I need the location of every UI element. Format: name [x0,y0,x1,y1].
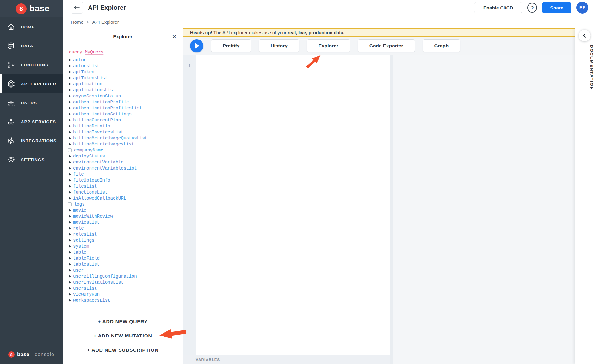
breadcrumb-current: API Explorer [92,19,119,25]
explorer-field-row[interactable]: settings [66,237,183,243]
top-header: API Explorer Enable CI/CD ? Share EF [63,0,594,15]
query-name[interactable]: MyQuery [85,50,103,55]
explorer-field-row[interactable]: tableField [66,255,183,261]
explorer-field-row[interactable]: user [66,267,183,273]
sidebar-item-functions[interactable]: FUNCTIONS [0,55,63,74]
breadcrumb-home-link[interactable]: Home [71,19,84,25]
enable-cicd-button[interactable]: Enable CI/CD [474,2,522,13]
prettify-button[interactable]: Prettify [211,39,251,52]
close-icon[interactable]: ✕ [172,34,176,39]
explorer-field-row[interactable]: isAllowedCallbackURL [66,195,183,201]
explorer-field-row[interactable]: authenticationProfile [66,99,183,105]
sidebar-collapse-button[interactable] [71,2,83,14]
field-checkbox[interactable] [68,202,72,206]
code-exporter-button[interactable]: Code Exporter [358,39,415,52]
variables-section-header[interactable]: VARIABLES [183,355,390,364]
explorer-field-row[interactable]: workspacesList [66,297,183,303]
add-new-query-button[interactable]: + ADD NEW QUERY [98,314,148,329]
sidebar-item-users[interactable]: USERS [0,93,63,112]
explorer-field-row[interactable]: billingInvoicesList [66,129,183,135]
explorer-field-row[interactable]: file [66,171,183,177]
explorer-field-row[interactable]: filesList [66,183,183,189]
history-button[interactable]: History [259,39,299,52]
explorer-field-row[interactable]: tablesList [66,261,183,267]
results-pane [393,55,575,364]
explorer-field-row[interactable]: authenticationSettings [66,111,183,117]
execute-query-button[interactable] [190,39,203,52]
explorer-field-row[interactable]: logs [66,201,183,207]
field-name: movieWithReview [73,214,113,219]
explorer-field-row[interactable]: authenticationProfilesList [66,105,183,111]
sidebar-item-data[interactable]: DATA [0,36,63,55]
expand-arrow-icon [69,269,71,272]
explorer-field-row[interactable]: environmentVariablesList [66,165,183,171]
expand-arrow-icon [69,119,71,121]
banner-lead: Heads up! [190,30,212,35]
variables-label: VARIABLES [196,358,220,361]
field-name: apiToken [73,70,94,75]
explorer-field-row[interactable]: billingMetricUsageQuotasList [66,135,183,141]
sidebar-item-home[interactable]: HOME [0,17,63,36]
page-title: API Explorer [88,4,126,11]
expand-arrow-icon [69,65,71,67]
explorer-field-row[interactable]: moviesList [66,219,183,225]
chevron-left-icon [581,33,588,39]
sidebar-item-label: INTEGRATIONS [21,139,57,143]
add-new-subscription-button[interactable]: + ADD NEW SUBSCRIPTION [87,343,158,357]
sidebar-item-label: DATA [21,44,33,48]
brand-logo[interactable]: 8 base [0,0,63,17]
explorer-field-row[interactable]: userInvitationsList [66,279,183,285]
explorer-field-row[interactable]: role [66,225,183,231]
explorer-field-row[interactable]: movieWithReview [66,213,183,219]
explorer-field-row[interactable]: userBillingConfiguration [66,273,183,279]
query-declaration[interactable]: query MyQuery [66,49,183,56]
explorer-field-row[interactable]: fileUploadInfo [66,177,183,183]
sidebar-item-label: API EXPLORER [21,82,56,86]
api-explorer-main: Heads up! The API explorer makes use of … [183,28,575,364]
add-new-mutation-button[interactable]: + ADD NEW MUTATION [93,329,152,343]
expand-arrow-icon [69,251,71,254]
user-avatar[interactable]: EF [576,2,588,14]
explorer-field-row[interactable]: billingMetricUsagesList [66,141,183,147]
explorer-field-row[interactable]: billingCurrentPlan [66,117,183,123]
explorer-field-row[interactable]: billingDetails [66,123,183,129]
brand-name: base [29,4,50,14]
explorer-field-row[interactable]: apiTokensList [66,75,183,81]
pane-resize-handle[interactable] [390,55,393,364]
sidebar-item-integrations[interactable]: INTEGRATIONS [0,131,63,150]
explorer-field-row[interactable]: environmentVariable [66,159,183,165]
explorer-field-row[interactable]: actorsList [66,63,183,69]
explorer-field-row[interactable]: application [66,81,183,87]
query-editor[interactable] [196,55,390,355]
explorer-field-row[interactable]: rolesList [66,231,183,237]
help-icon[interactable]: ? [527,3,537,13]
explorer-field-row[interactable]: deployStatus [66,153,183,159]
field-name: file [73,172,84,177]
explorer-field-row[interactable]: system [66,243,183,249]
graph-button[interactable]: Graph [423,39,461,52]
sidebar-item-app-services[interactable]: APP SERVICES [0,112,63,131]
expand-arrow-icon [69,71,71,73]
sidebar-item-api-explorer[interactable]: API EXPLORER [0,74,63,93]
explorer-field-row[interactable]: apiToken [66,69,183,75]
explorer-field-row[interactable]: table [66,249,183,255]
explorer-field-row[interactable]: actor [66,57,183,63]
expand-arrow-icon [69,179,71,182]
sidebar: 8 base HOMEDATAFUNCTIONSAPI EXPLORERUSER… [0,0,63,364]
functions-icon [7,61,15,69]
explorer-field-row[interactable]: companyName [66,147,183,153]
field-name: authenticationProfile [73,100,129,105]
explorer-button[interactable]: Explorer [307,39,350,52]
explorer-field-row[interactable]: movie [66,207,183,213]
documentation-toggle-button[interactable] [579,30,591,41]
explorer-field-row[interactable]: functionsList [66,189,183,195]
share-button[interactable]: Share [542,2,571,13]
explorer-field-row[interactable]: viewDryRun [66,291,183,297]
expand-arrow-icon [69,173,71,176]
field-checkbox[interactable] [68,148,72,152]
explorer-field-row[interactable]: applicationsList [66,87,183,93]
explorer-field-row[interactable]: usersList [66,285,183,291]
explorer-field-row[interactable]: asyncSessionStatus [66,93,183,99]
expand-arrow-icon [69,257,71,260]
sidebar-item-settings[interactable]: SETTINGS [0,150,63,169]
